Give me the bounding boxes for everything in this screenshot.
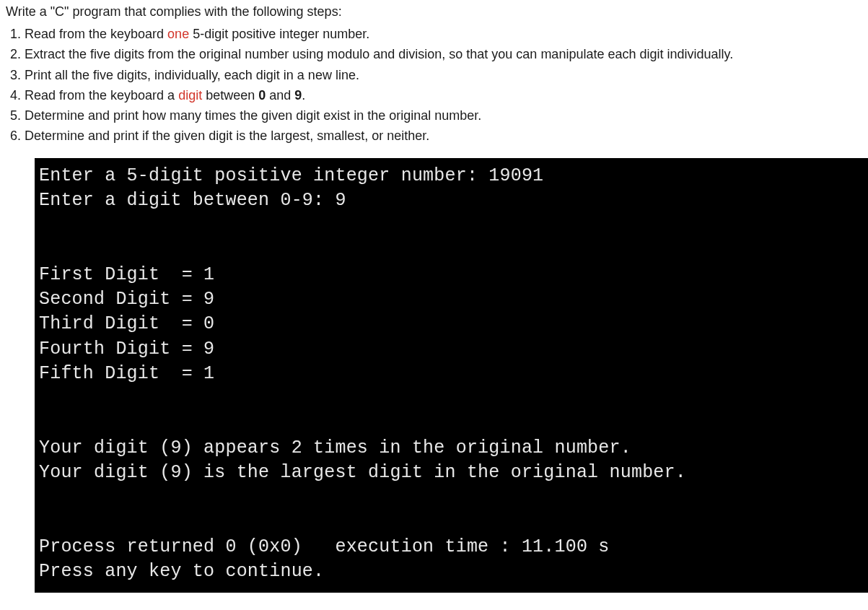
instructions-block: Write a "C" program that complies with t… [0, 0, 868, 158]
highlight-digit: digit [178, 88, 202, 103]
step-5: Determine and print how many times the g… [25, 107, 862, 124]
terminal-line: First Digit = 1 [39, 264, 214, 285]
step-6: Determine and print if the given digit i… [25, 127, 862, 144]
prompt-text: Write a "C" program that complies with t… [6, 4, 862, 19]
steps-list: Read from the keyboard one 5-digit posit… [6, 25, 862, 145]
terminal-output: Enter a 5-digit positive integer number:… [35, 158, 868, 593]
highlight-zero: 0 [258, 88, 266, 103]
highlight-one: one [167, 27, 189, 41]
terminal-line: Enter a digit between 0-9: 9 [39, 190, 346, 211]
terminal-line: Your digit (9) is the largest digit in t… [39, 462, 686, 483]
step-3: Print all the five digits, individually,… [25, 66, 862, 84]
terminal-line: Your digit (9) appears 2 times in the or… [39, 437, 631, 458]
terminal-line: Process returned 0 (0x0) execution time … [39, 536, 610, 557]
step-1: Read from the keyboard one 5-digit posit… [25, 25, 862, 43]
step-4: Read from the keyboard a digit between 0… [25, 87, 862, 104]
terminal-line: Fourth Digit = 9 [39, 339, 214, 360]
highlight-nine: 9 [294, 88, 302, 103]
terminal-line: Enter a 5-digit positive integer number:… [39, 165, 543, 186]
terminal-line: Third Digit = 0 [39, 313, 214, 334]
terminal-line: Fifth Digit = 1 [39, 363, 214, 384]
terminal-line: Second Digit = 9 [39, 289, 214, 310]
terminal-line: Press any key to continue. [39, 561, 324, 582]
step-2: Extract the five digits from the origina… [25, 45, 862, 63]
